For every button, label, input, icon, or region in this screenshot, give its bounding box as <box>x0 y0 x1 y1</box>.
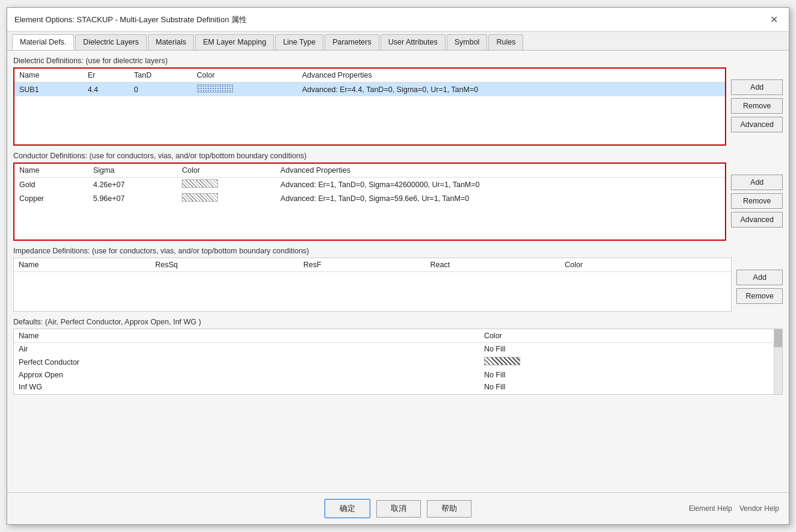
close-button[interactable]: ✕ <box>766 13 782 26</box>
dielectric-row-name: SUB1 <box>14 82 83 97</box>
tab-rules[interactable]: Rules <box>488 34 523 50</box>
conductor-col-advanced: Advanced Properties <box>276 164 726 178</box>
impedance-add-button[interactable]: Add <box>736 270 783 285</box>
table-row[interactable]: Gold 4.26e+07 Advanced: Er=1, TanD=0, Si… <box>14 178 725 192</box>
table-row[interactable]: Copper 5.96e+07 Advanced: Er=1, TanD=0, … <box>14 191 725 205</box>
conductor-row-gold-name: Gold <box>14 178 89 192</box>
conductor-advanced-button[interactable]: Advanced <box>731 212 783 227</box>
conductor-section-layout: Name Sigma Color Advanced Properties Gol… <box>13 162 783 241</box>
color-swatch-hatch-dense <box>484 357 520 365</box>
tab-user-attributes[interactable]: User Attributes <box>381 34 446 50</box>
tab-em-layer-mapping[interactable]: EM Layer Mapping <box>195 34 274 50</box>
conductor-row-copper-name: Copper <box>14 191 89 205</box>
vendor-help-link[interactable]: Vendor Help <box>739 504 779 513</box>
impedance-section-layout: Name ResSq ResF React Color <box>13 258 783 312</box>
dielectric-col-name: Name <box>14 69 83 82</box>
dielectric-buttons: Add Remove Advanced <box>731 67 783 132</box>
impedance-col-ressq: ResSq <box>151 258 299 272</box>
dielectric-definitions-section: Dielectric Definitions: (use for dielect… <box>13 57 783 146</box>
title-bar: Element Options: STACKUP - Multi-Layer S… <box>7 8 789 32</box>
defaults-section: Defaults: (Air, Perfect Conductor, Appro… <box>13 318 783 395</box>
impedance-table: Name ResSq ResF React Color <box>14 258 731 272</box>
conductor-remove-button[interactable]: Remove <box>731 193 783 209</box>
tab-parameters[interactable]: Parameters <box>325 34 379 50</box>
impedance-col-extra <box>687 258 732 272</box>
dielectric-add-button[interactable]: Add <box>731 79 783 95</box>
color-swatch-hatch-copper <box>182 193 218 202</box>
table-row: Air No Fill <box>14 343 782 356</box>
conductor-table-wrapper: Name Sigma Color Advanced Properties Gol… <box>13 162 726 241</box>
conductor-section-label: Conductor Definitions: (use for conducto… <box>13 152 783 160</box>
conductor-table: Name Sigma Color Advanced Properties Gol… <box>14 164 725 205</box>
defaults-row-approx-open-color: No Fill <box>479 369 782 381</box>
dielectric-table-wrapper: Name Er TanD Color Advanced Properties <box>13 67 726 146</box>
impedance-buttons: Add Remove <box>736 258 783 304</box>
tab-line-type[interactable]: Line Type <box>275 34 323 50</box>
table-row[interactable]: SUB1 4.4 0 Advanced: Er=4.4, TanD=0, Sig… <box>14 82 725 97</box>
tab-material-defs[interactable]: Material Defs. <box>12 34 74 50</box>
help-button[interactable]: 帮助 <box>427 500 471 518</box>
tab-symbol[interactable]: Symbol <box>447 34 488 50</box>
impedance-col-name: Name <box>14 258 151 272</box>
tab-materials[interactable]: Materials <box>148 34 194 50</box>
conductor-col-color: Color <box>177 164 276 178</box>
scrollbar-thumb <box>774 329 782 347</box>
conductor-row-gold-advanced: Advanced: Er=1, TanD=0, Sigma=42600000, … <box>276 178 726 192</box>
dielectric-table: Name Er TanD Color Advanced Properties <box>14 69 725 96</box>
cancel-button[interactable]: 取消 <box>376 500 421 518</box>
color-swatch-dots <box>197 84 233 93</box>
conductor-row-copper-sigma: 5.96e+07 <box>89 191 177 205</box>
main-content: Dielectric Definitions: (use for dielect… <box>13 57 783 486</box>
dielectric-row-tand: 0 <box>129 82 192 97</box>
helper-links: Element Help Vendor Help <box>689 504 779 513</box>
scrollbar[interactable] <box>774 329 782 394</box>
conductor-buttons: Add Remove Advanced <box>731 162 783 227</box>
confirm-button[interactable]: 确定 <box>325 499 370 518</box>
tab-bar: Material Defs. Dielectric Layers Materia… <box>7 32 789 51</box>
table-row: Perfect Conductor <box>14 355 782 369</box>
conductor-definitions-section: Conductor Definitions: (use for conducto… <box>13 152 783 241</box>
table-row: Inf WG No Fill <box>14 381 782 393</box>
dielectric-table-area: Name Er TanD Color Advanced Properties <box>13 67 726 146</box>
dielectric-col-color: Color <box>192 69 297 82</box>
impedance-table-area: Name ResSq ResF React Color <box>13 258 732 312</box>
conductor-row-gold-color <box>177 178 276 192</box>
defaults-row-air-color: No Fill <box>479 343 782 356</box>
conductor-table-area: Name Sigma Color Advanced Properties Gol… <box>13 162 726 241</box>
dielectric-section-label: Dielectric Definitions: (use for dielect… <box>13 57 783 65</box>
impedance-col-resf: ResF <box>299 258 426 272</box>
dielectric-row-color <box>192 82 297 97</box>
dielectric-advanced-button[interactable]: Advanced <box>731 117 783 132</box>
dielectric-remove-button[interactable]: Remove <box>731 98 783 114</box>
defaults-row-air-name: Air <box>14 343 479 356</box>
defaults-row-inf-wg-color: No Fill <box>479 381 782 393</box>
dialog-title: Element Options: STACKUP - Multi-Layer S… <box>14 14 247 25</box>
impedance-remove-button[interactable]: Remove <box>736 288 783 304</box>
dielectric-col-advanced: Advanced Properties <box>297 69 726 82</box>
defaults-table: Name Color Air No Fill Perfect Conductor <box>14 329 782 393</box>
conductor-row-copper-advanced: Advanced: Er=1, TanD=0, Sigma=59.6e6, Ur… <box>276 191 726 205</box>
defaults-col-name: Name <box>14 329 479 343</box>
color-swatch-hatch-gold <box>182 179 218 188</box>
table-row: Approx Open No Fill <box>14 369 782 381</box>
impedance-definitions-section: Impedance Definitions: (use for conducto… <box>13 247 783 312</box>
conductor-col-name: Name <box>14 164 89 178</box>
dielectric-col-tand: TanD <box>129 69 192 82</box>
impedance-section-label: Impedance Definitions: (use for conducto… <box>13 247 783 255</box>
impedance-col-react: React <box>426 258 561 272</box>
impedance-table-wrapper: Name ResSq ResF React Color <box>13 258 732 312</box>
defaults-row-perfect-conductor-color <box>479 355 782 369</box>
defaults-row-inf-wg-name: Inf WG <box>14 381 479 393</box>
conductor-add-button[interactable]: Add <box>731 175 783 190</box>
impedance-col-color: Color <box>560 258 687 272</box>
dielectric-section-layout: Name Er TanD Color Advanced Properties <box>13 67 783 146</box>
conductor-row-copper-color <box>177 191 276 205</box>
tab-dielectric-layers[interactable]: Dielectric Layers <box>75 34 146 50</box>
defaults-section-label: Defaults: (Air, Perfect Conductor, Appro… <box>13 318 783 326</box>
dielectric-row-er: 4.4 <box>83 82 129 97</box>
defaults-table-wrapper: Name Color Air No Fill Perfect Conductor <box>13 329 783 395</box>
element-help-link[interactable]: Element Help <box>689 504 732 513</box>
dielectric-col-er: Er <box>83 69 129 82</box>
defaults-col-color: Color <box>479 329 782 343</box>
defaults-row-perfect-conductor-name: Perfect Conductor <box>14 355 479 369</box>
